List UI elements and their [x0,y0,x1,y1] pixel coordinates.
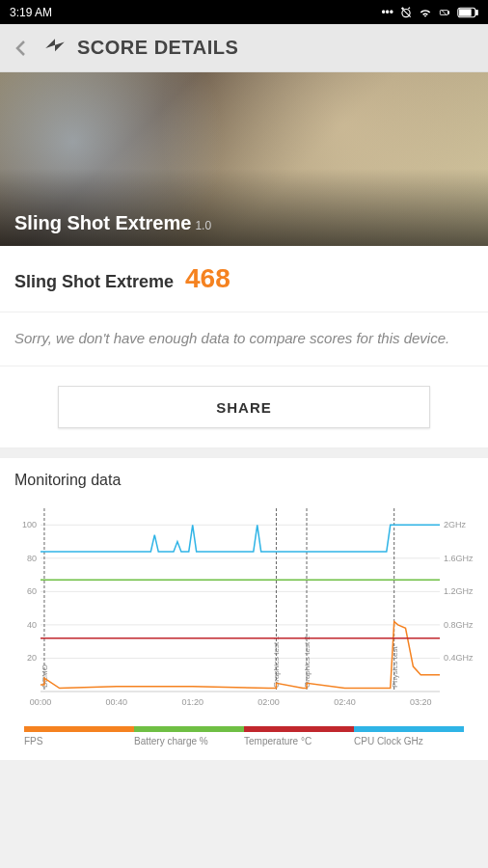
monitoring-chart: 204060801000.4GHz0.8GHz1.2GHz1.6GHz2GHz0… [10,499,478,720]
comparison-message: Sorry, we don't have enough data to comp… [0,312,488,366]
app-header: SCORE DETAILS [0,24,488,72]
status-icons: ••• [381,6,478,19]
legend-item: Temperature °C [244,726,354,746]
legend-item: FPS [24,726,134,746]
svg-text:100: 100 [22,520,37,529]
svg-rect-2 [448,11,449,13]
svg-text:03:20: 03:20 [410,697,432,707]
svg-text:01:20: 01:20 [181,697,203,707]
alarm-off-icon [399,6,413,19]
svg-text:02:00: 02:00 [258,697,280,707]
legend-label: FPS [24,736,42,746]
svg-text:20: 20 [27,653,37,663]
page-title: SCORE DETAILS [77,37,238,59]
svg-text:1.6GHz: 1.6GHz [444,554,474,563]
svg-text:00:40: 00:40 [106,697,128,707]
svg-rect-6 [459,9,471,14]
monitoring-title: Monitoring data [0,458,488,499]
share-button[interactable]: SHARE [58,386,430,428]
svg-text:Graphics test 1: Graphics test 1 [272,636,281,688]
monitoring-section: Monitoring data 204060801000.4GHz0.8GHz1… [0,458,488,760]
wifi-icon [419,6,432,19]
hero-image: Sling Shot Extreme1.0 [0,72,488,246]
svg-text:60: 60 [27,586,37,596]
status-time: 3:19 AM [10,6,52,19]
legend-label: Battery charge % [134,736,208,746]
legend-item: Battery charge % [134,726,244,746]
svg-line-3 [442,10,447,14]
score-label: Sling Shot Extreme [14,272,174,292]
hero-title-text: Sling Shot Extreme [14,212,191,233]
svg-text:2GHz: 2GHz [444,520,467,529]
svg-text:0.4GHz: 0.4GHz [444,653,474,663]
legend-item: CPU Clock GHz [354,726,464,746]
score-bar: Sling Shot Extreme 468 [0,246,488,312]
battery-icon [457,6,478,19]
svg-text:80: 80 [27,554,37,563]
share-section: SHARE [0,366,488,448]
hero-version: 1.0 [195,219,211,232]
svg-text:00:00: 00:00 [30,697,52,707]
chart-legend: FPSBattery charge %Temperature °CCPU Clo… [0,720,488,760]
svg-text:02:40: 02:40 [334,697,356,707]
svg-text:Graphics test 2: Graphics test 2 [303,636,312,688]
dots-icon: ••• [381,6,393,19]
hero-title: Sling Shot Extreme1.0 [14,212,211,234]
svg-text:0.8GHz: 0.8GHz [444,620,474,630]
app-logo-icon [42,36,68,61]
svg-text:1.2GHz: 1.2GHz [444,586,474,596]
status-bar: 3:19 AM ••• [0,0,488,24]
battery-box-icon [438,6,451,19]
legend-label: Temperature °C [244,736,312,746]
score-value: 468 [185,263,230,294]
svg-rect-5 [476,10,478,14]
back-icon[interactable] [10,37,33,60]
svg-text:40: 40 [27,620,37,630]
legend-label: CPU Clock GHz [354,736,423,746]
